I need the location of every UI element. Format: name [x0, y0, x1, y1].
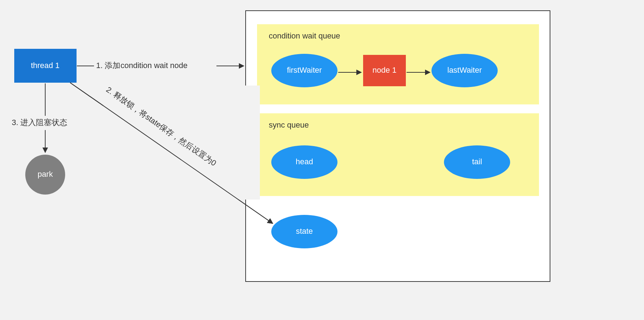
last-waiter-label: lastWaiter: [447, 66, 482, 74]
sync-queue-title: sync queue: [269, 120, 309, 129]
state-label: state: [296, 227, 313, 236]
thread-1-label: thread 1: [31, 61, 60, 70]
node-1-label: node 1: [372, 66, 396, 74]
first-waiter-label: firstWaiter: [287, 66, 322, 74]
diagram-canvas: condition wait queue firstWaiter node 1 …: [0, 0, 644, 320]
condition-wait-queue-title: condition wait queue: [269, 31, 340, 40]
step1-label: 1. 添加condition wait node: [96, 61, 188, 70]
tail-label: tail: [472, 157, 482, 166]
step3-label: 3. 进入阻塞状态: [12, 118, 67, 127]
park-label: park: [38, 170, 53, 179]
head-label: head: [296, 157, 313, 166]
